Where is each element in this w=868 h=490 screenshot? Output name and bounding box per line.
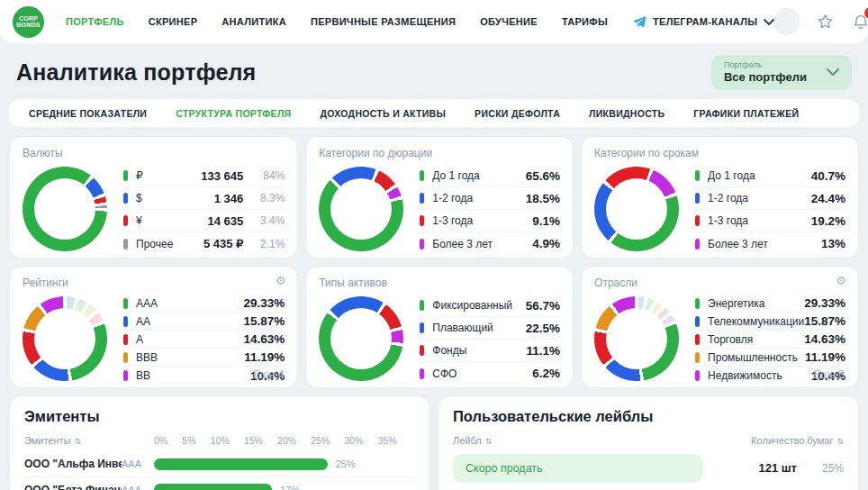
legend-label: Телекоммуникации (708, 315, 804, 328)
donut-chart (594, 167, 679, 251)
legend-row: 1-2 года 24.4% (695, 187, 845, 210)
legend-percent: 11.19% (805, 350, 845, 364)
notifications-button[interactable]: 3 (850, 11, 868, 32)
legend-marker (695, 316, 700, 327)
tab[interactable]: ЛИКВИДНОСТЬ (589, 108, 665, 119)
donut-card: Рейтинги ⚙ AAA 29.33% AA 15.87% A 14.63%… (9, 266, 298, 388)
emitter-bar (154, 484, 272, 490)
label-row: Скоро продать 121 шт 25% (453, 446, 844, 490)
nav-item[interactable]: ОБУЧЕНИЕ (480, 16, 538, 27)
legend-row: До 1 года 40.7% (695, 165, 845, 187)
gear-icon[interactable]: ⚙ (276, 275, 286, 286)
emitter-rating: AAA (122, 458, 154, 469)
legend-marker (420, 239, 424, 250)
emitter-bar (154, 458, 328, 470)
legend-label: 1-2 года (708, 192, 811, 204)
legend-label: До 1 года (432, 169, 526, 182)
emitters-header: Эмитенты⇅ 0%5%10%15%20%25%30%35% (24, 435, 415, 446)
legend-percent: 14.63% (244, 332, 285, 346)
donut-chart (23, 296, 107, 381)
more-link[interactable]: Еще 4 (253, 368, 284, 381)
bottom-row: Эмитенты Эмитенты⇅ 0%5%10%15%20%25%30%35… (9, 395, 859, 490)
emitters-column-header[interactable]: Эмитенты⇅ (24, 435, 122, 446)
portfolio-select-label: Портфель (724, 60, 807, 69)
legend-marker (123, 334, 128, 345)
legend-percent: 4.9% (532, 237, 560, 250)
legend-percent: 18.5% (526, 192, 560, 205)
nav-item[interactable]: ПОРТФЕЛЬ (66, 16, 124, 27)
legend-marker (123, 193, 128, 204)
emitter-row: ООО "Альфа Инвест" AAA 25% (24, 451, 415, 476)
emitter-rating: AAA (122, 485, 154, 490)
legend-label: 1-3 года (708, 214, 811, 227)
legend-row: СФО 6.2% (420, 362, 560, 385)
analytics-tabs: СРЕДНИЕ ПОКАЗАТЕЛИСТРУКТУРА ПОРТФЕЛЯДОХО… (9, 99, 859, 127)
legend-percent: 2.1% (243, 238, 285, 250)
telegram-icon (632, 14, 646, 29)
tab[interactable]: РИСКИ ДЕФОЛТА (475, 108, 560, 119)
page-title: Аналитика портфеля (16, 59, 256, 86)
emitter-name: ООО "Альфа Инвест" (24, 458, 122, 470)
legend-marker (123, 370, 128, 381)
more-link[interactable]: Еще 5 (814, 368, 845, 381)
favorites-button[interactable] (814, 11, 836, 32)
axis-tick: 35% (378, 435, 397, 446)
legend-marker (420, 368, 424, 379)
label-percent: 25% (797, 462, 844, 475)
nav-item[interactable]: ПЕРВИЧНЫЕ РАЗМЕЩЕНИЯ (311, 16, 456, 27)
axis-tick: 0% (154, 435, 167, 446)
donut-chart (594, 296, 679, 381)
tab[interactable]: СРЕДНИЕ ПОКАЗАТЕЛИ (29, 108, 147, 119)
legend-marker (420, 193, 424, 204)
star-icon (816, 13, 835, 32)
legend-percent: 13% (821, 237, 845, 250)
user-label-pill: Скоро продать (453, 454, 703, 483)
legend-marker (695, 193, 700, 204)
label-count: 121 шт (758, 461, 797, 475)
legend-marker (695, 352, 700, 363)
legend-marker (420, 300, 424, 311)
legend-label: AA (136, 315, 244, 328)
legend: До 1 года 65.6% 1-2 года 18.5% 1-3 года … (420, 165, 560, 255)
count-column-header[interactable]: Количество бумаг⇅ (751, 435, 844, 446)
legend-label: Промышленность (708, 351, 805, 364)
legend-row: Телекоммуникации 15.87% (695, 313, 845, 331)
nav-item[interactable]: ТАРИФЫ (562, 16, 608, 27)
nav-item[interactable]: АНАЛИТИКА (222, 16, 286, 27)
portfolio-select-value: Все портфели (724, 70, 807, 84)
legend-label: AAA (136, 297, 244, 310)
main-nav: ПОРТФЕЛЬСКРИНЕРАНАЛИТИКАПЕРВИЧНЫЕ РАЗМЕЩ… (66, 16, 608, 27)
card-title: Валюты (23, 147, 285, 159)
legend-percent: 15.87% (244, 314, 285, 328)
legend-percent: 29.33% (804, 296, 845, 310)
label-column-header[interactable]: Лейбл⇅ (453, 435, 492, 446)
legend-row: AA 15.87% (123, 313, 285, 331)
legend-row: ₽ 133 645 84% (123, 165, 285, 187)
legend-label: 1-3 года (432, 214, 532, 227)
nav-item[interactable]: СКРИНЕР (149, 16, 198, 27)
legend-label: BB (136, 369, 250, 382)
tab[interactable]: ДОХОДНОСТЬ И АКТИВЫ (320, 108, 446, 119)
chevron-down-icon (827, 68, 839, 76)
legend-row: 1-3 года 19.2% (695, 210, 845, 232)
legend-row: Фиксированный 56.7% (420, 295, 560, 317)
donut-card: Категории по дюрации До 1 года 65.6% 1-2… (305, 136, 574, 259)
legend-label: BBB (136, 351, 244, 364)
legend: До 1 года 40.7% 1-2 года 24.4% 1-3 года … (695, 165, 845, 255)
telegram-channels-menu[interactable]: ТЕЛЕГРАМ-КАНАЛЫ (632, 14, 774, 29)
tab[interactable]: СТРУКТУРА ПОРТФЕЛЯ (176, 108, 291, 119)
emitter-bar-value: 17% (280, 485, 300, 490)
legend-marker (695, 239, 700, 250)
portfolio-select[interactable]: Портфель Все портфели (711, 55, 852, 90)
legend-row: Промышленность 11.19% (695, 349, 845, 367)
logo-line1: CORP (19, 15, 38, 23)
tab[interactable]: ГРАФИКИ ПЛАТЕЖЕЙ (693, 108, 799, 119)
legend-marker (695, 215, 700, 226)
user-labels-card: Пользовательские лейблы Лейбл⇅ Количеств… (438, 395, 859, 490)
gear-icon[interactable]: ⚙ (836, 275, 846, 286)
legend-marker (123, 352, 128, 363)
legend-marker (695, 298, 700, 309)
corpbonds-logo[interactable]: CORP BONDS (13, 6, 44, 38)
legend-row: Прочее 5 435 ₽ 2.1% (123, 232, 285, 255)
donut-cards-grid: Валюты ₽ 133 645 84% $ 1 346 8.3% ¥ 14 6… (9, 136, 859, 388)
